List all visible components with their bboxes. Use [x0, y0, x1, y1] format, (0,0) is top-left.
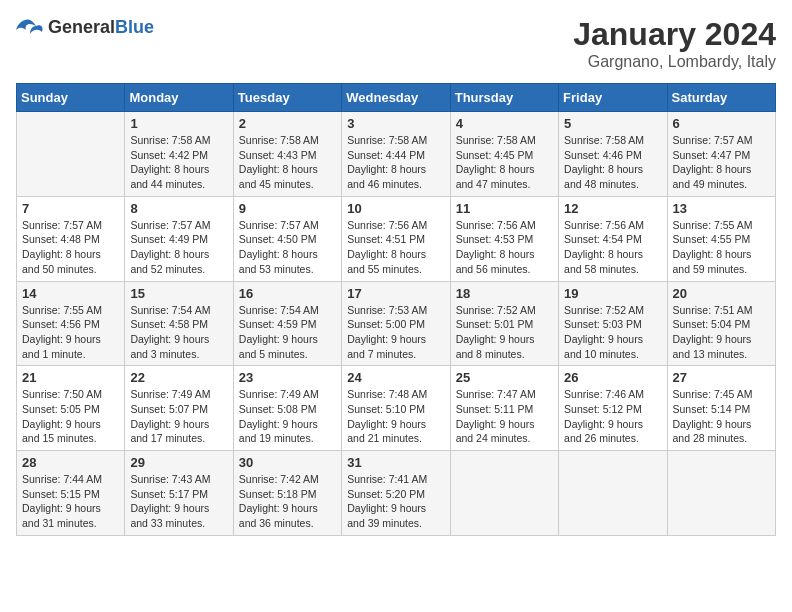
calendar-cell: 19Sunrise: 7:52 AMSunset: 5:03 PMDayligh…	[559, 281, 667, 366]
calendar-cell: 15Sunrise: 7:54 AMSunset: 4:58 PMDayligh…	[125, 281, 233, 366]
day-number: 17	[347, 286, 444, 301]
logo-general: General	[48, 17, 115, 37]
calendar-cell	[17, 112, 125, 197]
day-number: 1	[130, 116, 227, 131]
weekday-header: Tuesday	[233, 84, 341, 112]
calendar-week-row: 28Sunrise: 7:44 AMSunset: 5:15 PMDayligh…	[17, 451, 776, 536]
calendar-cell: 8Sunrise: 7:57 AMSunset: 4:49 PMDaylight…	[125, 196, 233, 281]
calendar-cell: 16Sunrise: 7:54 AMSunset: 4:59 PMDayligh…	[233, 281, 341, 366]
day-number: 18	[456, 286, 553, 301]
day-info: Sunrise: 7:57 AMSunset: 4:50 PMDaylight:…	[239, 218, 336, 277]
calendar-cell: 31Sunrise: 7:41 AMSunset: 5:20 PMDayligh…	[342, 451, 450, 536]
day-info: Sunrise: 7:55 AMSunset: 4:55 PMDaylight:…	[673, 218, 770, 277]
calendar-cell: 9Sunrise: 7:57 AMSunset: 4:50 PMDaylight…	[233, 196, 341, 281]
day-info: Sunrise: 7:42 AMSunset: 5:18 PMDaylight:…	[239, 472, 336, 531]
day-info: Sunrise: 7:48 AMSunset: 5:10 PMDaylight:…	[347, 387, 444, 446]
calendar-cell: 11Sunrise: 7:56 AMSunset: 4:53 PMDayligh…	[450, 196, 558, 281]
day-info: Sunrise: 7:56 AMSunset: 4:54 PMDaylight:…	[564, 218, 661, 277]
calendar-cell: 22Sunrise: 7:49 AMSunset: 5:07 PMDayligh…	[125, 366, 233, 451]
day-info: Sunrise: 7:43 AMSunset: 5:17 PMDaylight:…	[130, 472, 227, 531]
day-number: 29	[130, 455, 227, 470]
day-number: 30	[239, 455, 336, 470]
day-info: Sunrise: 7:58 AMSunset: 4:44 PMDaylight:…	[347, 133, 444, 192]
calendar-cell	[450, 451, 558, 536]
calendar-cell: 29Sunrise: 7:43 AMSunset: 5:17 PMDayligh…	[125, 451, 233, 536]
day-info: Sunrise: 7:52 AMSunset: 5:03 PMDaylight:…	[564, 303, 661, 362]
day-number: 4	[456, 116, 553, 131]
day-number: 12	[564, 201, 661, 216]
calendar-cell: 13Sunrise: 7:55 AMSunset: 4:55 PMDayligh…	[667, 196, 775, 281]
day-number: 22	[130, 370, 227, 385]
day-info: Sunrise: 7:49 AMSunset: 5:08 PMDaylight:…	[239, 387, 336, 446]
calendar-week-row: 7Sunrise: 7:57 AMSunset: 4:48 PMDaylight…	[17, 196, 776, 281]
day-number: 10	[347, 201, 444, 216]
day-info: Sunrise: 7:54 AMSunset: 4:59 PMDaylight:…	[239, 303, 336, 362]
day-info: Sunrise: 7:50 AMSunset: 5:05 PMDaylight:…	[22, 387, 119, 446]
calendar-week-row: 1Sunrise: 7:58 AMSunset: 4:42 PMDaylight…	[17, 112, 776, 197]
calendar-cell	[667, 451, 775, 536]
day-info: Sunrise: 7:44 AMSunset: 5:15 PMDaylight:…	[22, 472, 119, 531]
day-number: 2	[239, 116, 336, 131]
calendar-cell: 24Sunrise: 7:48 AMSunset: 5:10 PMDayligh…	[342, 366, 450, 451]
calendar-cell: 1Sunrise: 7:58 AMSunset: 4:42 PMDaylight…	[125, 112, 233, 197]
calendar-cell: 18Sunrise: 7:52 AMSunset: 5:01 PMDayligh…	[450, 281, 558, 366]
day-number: 31	[347, 455, 444, 470]
day-number: 15	[130, 286, 227, 301]
day-number: 3	[347, 116, 444, 131]
day-info: Sunrise: 7:47 AMSunset: 5:11 PMDaylight:…	[456, 387, 553, 446]
day-number: 26	[564, 370, 661, 385]
day-info: Sunrise: 7:56 AMSunset: 4:51 PMDaylight:…	[347, 218, 444, 277]
day-info: Sunrise: 7:55 AMSunset: 4:56 PMDaylight:…	[22, 303, 119, 362]
logo: GeneralBlue	[16, 16, 154, 38]
day-number: 24	[347, 370, 444, 385]
calendar-cell: 17Sunrise: 7:53 AMSunset: 5:00 PMDayligh…	[342, 281, 450, 366]
calendar-cell: 12Sunrise: 7:56 AMSunset: 4:54 PMDayligh…	[559, 196, 667, 281]
calendar-table: SundayMondayTuesdayWednesdayThursdayFrid…	[16, 83, 776, 536]
calendar-cell: 28Sunrise: 7:44 AMSunset: 5:15 PMDayligh…	[17, 451, 125, 536]
calendar-cell: 7Sunrise: 7:57 AMSunset: 4:48 PMDaylight…	[17, 196, 125, 281]
header-row: SundayMondayTuesdayWednesdayThursdayFrid…	[17, 84, 776, 112]
day-info: Sunrise: 7:58 AMSunset: 4:42 PMDaylight:…	[130, 133, 227, 192]
calendar-cell: 30Sunrise: 7:42 AMSunset: 5:18 PMDayligh…	[233, 451, 341, 536]
day-number: 13	[673, 201, 770, 216]
day-info: Sunrise: 7:57 AMSunset: 4:49 PMDaylight:…	[130, 218, 227, 277]
calendar-cell: 5Sunrise: 7:58 AMSunset: 4:46 PMDaylight…	[559, 112, 667, 197]
calendar-cell: 23Sunrise: 7:49 AMSunset: 5:08 PMDayligh…	[233, 366, 341, 451]
calendar-week-row: 14Sunrise: 7:55 AMSunset: 4:56 PMDayligh…	[17, 281, 776, 366]
day-number: 11	[456, 201, 553, 216]
day-info: Sunrise: 7:58 AMSunset: 4:46 PMDaylight:…	[564, 133, 661, 192]
weekday-header: Wednesday	[342, 84, 450, 112]
day-number: 7	[22, 201, 119, 216]
day-number: 23	[239, 370, 336, 385]
day-number: 25	[456, 370, 553, 385]
location-title: Gargnano, Lombardy, Italy	[573, 53, 776, 71]
calendar-cell: 3Sunrise: 7:58 AMSunset: 4:44 PMDaylight…	[342, 112, 450, 197]
day-number: 6	[673, 116, 770, 131]
day-info: Sunrise: 7:57 AMSunset: 4:47 PMDaylight:…	[673, 133, 770, 192]
day-info: Sunrise: 7:49 AMSunset: 5:07 PMDaylight:…	[130, 387, 227, 446]
calendar-cell: 10Sunrise: 7:56 AMSunset: 4:51 PMDayligh…	[342, 196, 450, 281]
title-area: January 2024 Gargnano, Lombardy, Italy	[573, 16, 776, 71]
day-number: 8	[130, 201, 227, 216]
day-number: 20	[673, 286, 770, 301]
logo-icon	[16, 16, 44, 38]
logo-text: GeneralBlue	[48, 17, 154, 38]
calendar-cell: 2Sunrise: 7:58 AMSunset: 4:43 PMDaylight…	[233, 112, 341, 197]
day-info: Sunrise: 7:54 AMSunset: 4:58 PMDaylight:…	[130, 303, 227, 362]
logo-blue: Blue	[115, 17, 154, 37]
calendar-week-row: 21Sunrise: 7:50 AMSunset: 5:05 PMDayligh…	[17, 366, 776, 451]
day-number: 9	[239, 201, 336, 216]
calendar-cell: 4Sunrise: 7:58 AMSunset: 4:45 PMDaylight…	[450, 112, 558, 197]
day-info: Sunrise: 7:51 AMSunset: 5:04 PMDaylight:…	[673, 303, 770, 362]
calendar-cell: 25Sunrise: 7:47 AMSunset: 5:11 PMDayligh…	[450, 366, 558, 451]
day-number: 16	[239, 286, 336, 301]
calendar-cell: 27Sunrise: 7:45 AMSunset: 5:14 PMDayligh…	[667, 366, 775, 451]
calendar-cell: 6Sunrise: 7:57 AMSunset: 4:47 PMDaylight…	[667, 112, 775, 197]
weekday-header: Friday	[559, 84, 667, 112]
day-info: Sunrise: 7:58 AMSunset: 4:45 PMDaylight:…	[456, 133, 553, 192]
calendar-cell: 14Sunrise: 7:55 AMSunset: 4:56 PMDayligh…	[17, 281, 125, 366]
calendar-cell: 26Sunrise: 7:46 AMSunset: 5:12 PMDayligh…	[559, 366, 667, 451]
day-info: Sunrise: 7:53 AMSunset: 5:00 PMDaylight:…	[347, 303, 444, 362]
day-number: 27	[673, 370, 770, 385]
weekday-header: Monday	[125, 84, 233, 112]
